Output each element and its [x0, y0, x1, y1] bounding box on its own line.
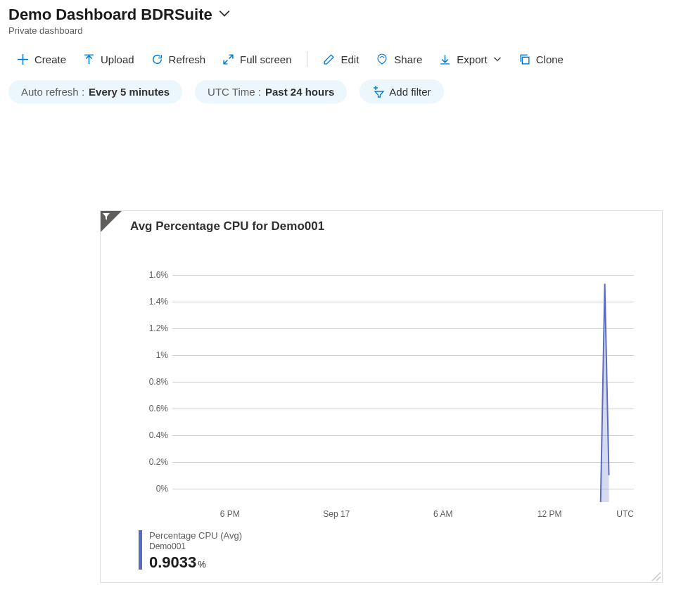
export-label: Export [457, 53, 487, 65]
fullscreen-label: Full screen [240, 53, 291, 65]
x-tick: 6 PM [177, 509, 284, 519]
share-icon [376, 53, 388, 65]
auto-refresh-pill[interactable]: Auto refresh : Every 5 minutes [8, 80, 182, 103]
tile-title: Avg Percentage CPU for Demo001 [130, 219, 649, 233]
copy-icon [518, 53, 530, 65]
add-filter-pill[interactable]: Add filter [359, 79, 443, 103]
x-tick: 6 AM [390, 509, 497, 519]
toolbar-separator [307, 51, 307, 67]
auto-refresh-label: Auto refresh : [21, 86, 84, 98]
chevron-down-icon [493, 55, 502, 63]
x-axis: 6 PM Sep 17 6 AM 12 PM UTC [177, 509, 634, 519]
dashboard-canvas: Avg Percentage CPU for Demo001 1.6% 1.4%… [0, 112, 681, 591]
add-filter-label: Add filter [389, 86, 431, 98]
y-tick: 0.8% [141, 377, 172, 387]
x-tick: 12 PM [497, 509, 604, 519]
legend-color-bar [139, 530, 142, 570]
chart-area: 1.6% 1.4% 1.2% 1% 0.8% 0.6% 0.4% 0.2% 0%… [113, 262, 649, 519]
chart-legend[interactable]: Percentage CPU (Avg) Demo001 0.9033% [139, 530, 649, 572]
svg-rect-0 [522, 57, 529, 64]
time-range-label: UTC Time : [208, 86, 261, 98]
chart-grid: 1.6% 1.4% 1.2% 1% 0.8% 0.6% 0.4% 0.2% 0% [141, 262, 634, 502]
pencil-icon [323, 53, 335, 65]
time-range-pill[interactable]: UTC Time : Past 24 hours [195, 80, 347, 103]
legend-resource: Demo001 [149, 541, 242, 552]
legend-value: 0.9033% [149, 553, 242, 572]
plus-icon [17, 53, 29, 65]
share-label: Share [394, 53, 422, 65]
y-tick: 0.2% [141, 457, 172, 467]
add-filter-icon [372, 85, 385, 98]
dashboard-title: Demo Dashboard BDRSuite [8, 6, 212, 24]
filter-icon [102, 212, 110, 221]
y-tick: 1% [141, 350, 172, 360]
time-range-value: Past 24 hours [265, 86, 334, 98]
legend-series-name: Percentage CPU (Avg) [149, 530, 242, 541]
y-tick: 1.2% [141, 323, 172, 333]
filter-pill-row: Auto refresh : Every 5 minutes UTC Time … [0, 75, 681, 112]
clone-button[interactable]: Clone [510, 49, 572, 70]
refresh-button[interactable]: Refresh [143, 49, 215, 70]
fullscreen-button[interactable]: Full screen [214, 49, 300, 70]
create-label: Create [34, 53, 66, 65]
create-button[interactable]: Create [8, 49, 75, 70]
chart-series [177, 262, 634, 502]
auto-refresh-value: Every 5 minutes [89, 86, 170, 98]
y-tick: 1.4% [141, 297, 172, 307]
x-tick: Sep 17 [284, 509, 390, 519]
tile-filter-corner[interactable] [101, 211, 122, 232]
clone-label: Clone [536, 53, 564, 65]
chevron-down-icon [218, 7, 231, 23]
export-button[interactable]: Export [431, 49, 509, 70]
refresh-icon [151, 53, 163, 65]
upload-button[interactable]: Upload [75, 49, 143, 70]
y-tick: 1.6% [141, 270, 172, 280]
share-button[interactable]: Share [367, 49, 431, 70]
edit-button[interactable]: Edit [314, 49, 367, 70]
upload-icon [83, 53, 95, 65]
dashboard-title-row[interactable]: Demo Dashboard BDRSuite [8, 6, 673, 24]
y-tick: 0% [141, 484, 172, 494]
refresh-label: Refresh [169, 53, 206, 65]
legend-value-number: 0.9033 [149, 553, 196, 571]
download-icon [439, 53, 451, 65]
dashboard-subtitle: Private dashboard [8, 25, 673, 36]
y-tick: 0.6% [141, 404, 172, 413]
legend-value-unit: % [198, 559, 206, 570]
edit-label: Edit [340, 53, 359, 65]
upload-label: Upload [101, 53, 134, 65]
resize-handle[interactable] [651, 571, 661, 581]
fullscreen-icon [222, 53, 234, 65]
y-tick: 0.4% [141, 430, 172, 440]
chart-tile[interactable]: Avg Percentage CPU for Demo001 1.6% 1.4%… [100, 210, 663, 583]
x-tick: UTC [603, 509, 634, 519]
toolbar: Create Upload Refresh Full screen Edit S… [0, 39, 681, 75]
